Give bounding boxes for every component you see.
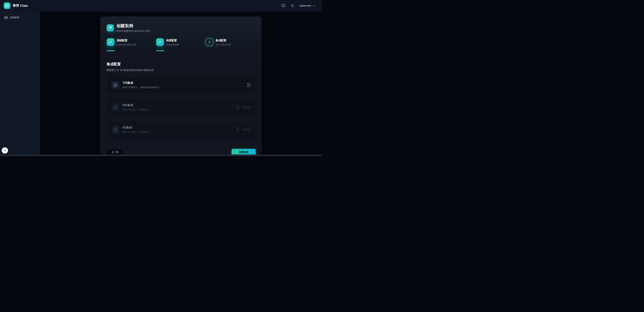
main-content: 创建实例 配置并创建您的 OpenClaw 实例 基础配置 <box>40 11 322 156</box>
integration-card-dingtalk: 钉钉集成 连接钉钉机器人（即将推出） 暂未开放 <box>107 98 256 116</box>
quick-action-fab[interactable] <box>2 147 8 154</box>
wizard-title: 创建实例 <box>116 23 150 28</box>
server-icon <box>5 4 9 7</box>
topbar: 青萍 Claw notion-test <box>0 0 322 11</box>
step-progress-bar <box>107 50 115 51</box>
step-basic-config[interactable]: 基础配置 实例名称和模型设置 <box>107 38 156 51</box>
integration-list: 飞书集成 连接飞书机器人，实现消息推送和交互 <box>107 76 256 138</box>
section-title: 集成配置 <box>107 62 256 66</box>
sidebar-item-label: 实例管理 <box>10 16 19 19</box>
step-subtitle: 实例名称和模型设置 <box>117 43 136 46</box>
bell-icon <box>112 104 119 111</box>
back-button[interactable]: 上一步 <box>107 149 123 155</box>
step-title: 集成配置 <box>216 39 231 42</box>
wizard-steps: 基础配置 实例名称和模型设置 场景配置 <box>107 38 255 51</box>
coming-soon-badge: 暂未开放 <box>242 128 251 131</box>
wizard-subtitle: 配置并创建您的 OpenClaw 实例 <box>116 29 150 32</box>
dingtalk-toggle <box>232 105 240 109</box>
app-title: 青萍 Claw <box>13 3 28 8</box>
integration-section: 集成配置 配置第三方 IM 集成以便在实例中接收消息 飞书集成 连接飞书机器人，… <box>100 56 261 155</box>
qq-toggle <box>232 128 240 132</box>
integration-title: QQ集成 <box>122 126 151 129</box>
book-open-icon[interactable] <box>282 4 286 7</box>
create-instance-card: 创建实例 配置并创建您的 OpenClaw 实例 基础配置 <box>100 16 262 155</box>
integration-card-qq: QQ集成 连接 QQ 机器人（即将推出） 暂未开放 <box>107 121 256 138</box>
zap-icon <box>3 149 6 152</box>
step-title: 基础配置 <box>117 39 136 42</box>
integration-card-feishu: 飞书集成 连接飞书机器人，实现消息推送和交互 <box>107 76 256 94</box>
integration-description: 连接钉钉机器人（即将推出） <box>122 108 151 111</box>
step-subtitle: 第三方集成设置 <box>216 43 231 46</box>
step-progress-bar <box>156 50 164 51</box>
coming-soon-badge: 暂未开放 <box>242 106 251 109</box>
workspace-selector[interactable]: notion-test <box>299 4 315 7</box>
chevron-down-icon <box>312 4 315 7</box>
toggle-knob <box>244 83 247 87</box>
message-circle-icon <box>112 81 119 89</box>
section-description: 配置第三方 IM 集成以便在实例中接收消息 <box>107 69 256 72</box>
horizontal-scrollbar[interactable] <box>0 155 322 156</box>
create-instance-button[interactable]: 创建实例 <box>232 149 256 155</box>
check-icon <box>156 38 164 46</box>
toggle-knob <box>233 128 236 131</box>
integration-title: 钉钉集成 <box>122 104 151 107</box>
wizard-footer: 上一步 创建实例 <box>107 149 256 155</box>
smartphone-icon <box>112 126 119 134</box>
sun-icon[interactable] <box>290 4 294 7</box>
check-icon <box>107 38 114 46</box>
sidebar-item-instances[interactable]: 实例管理 <box>2 14 37 21</box>
workspace-name: notion-test <box>299 4 311 7</box>
wizard-header: 创建实例 配置并创建您的 OpenClaw 实例 基础配置 <box>100 17 261 56</box>
step-subtitle: 选择使用场景 <box>166 43 179 46</box>
integration-description: 连接 QQ 机器人（即将推出） <box>122 131 151 134</box>
step-number-badge: 3 <box>206 38 213 46</box>
sparkles-icon <box>107 24 114 31</box>
topbar-actions: notion-test <box>282 4 315 7</box>
server-icon <box>4 16 8 19</box>
integration-description: 连接飞书机器人，实现消息推送和交互 <box>122 86 160 89</box>
integration-title: 飞书集成 <box>122 81 160 85</box>
step-scene-config[interactable]: 场景配置 选择使用场景 <box>156 38 206 51</box>
step-integration-config[interactable]: 3 集成配置 第三方集成设置 <box>206 38 255 51</box>
app-logo <box>4 2 10 9</box>
sidebar: 实例管理 <box>0 11 40 156</box>
toggle-knob <box>233 106 236 109</box>
step-title: 场景配置 <box>166 39 179 42</box>
feishu-toggle[interactable] <box>244 83 251 87</box>
